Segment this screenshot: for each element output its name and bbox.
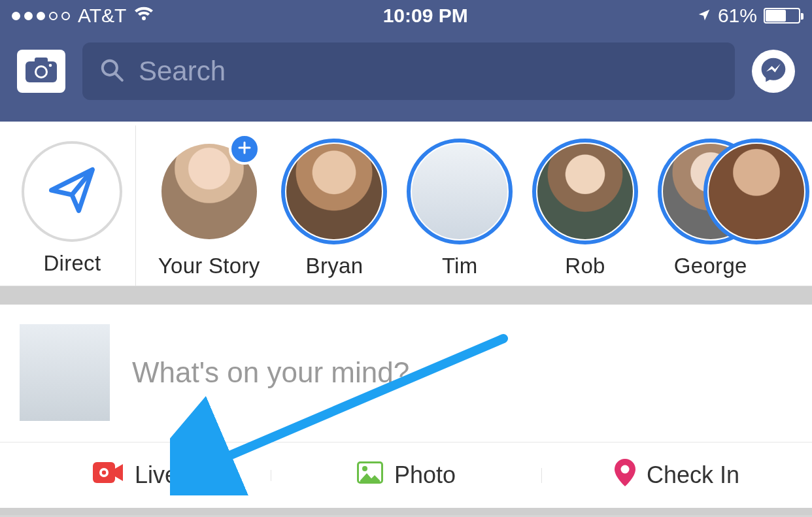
- svg-point-9: [102, 470, 106, 474]
- status-left: AT&T: [12, 5, 154, 27]
- composer-actions: Live Photo Check In: [0, 442, 812, 508]
- clock-label: 10:09 PM: [383, 5, 468, 27]
- story-user[interactable]: Bryan: [272, 125, 398, 286]
- live-video-icon: [93, 461, 124, 490]
- svg-point-12: [362, 466, 367, 471]
- carrier-label: AT&T: [78, 5, 126, 27]
- separator: [0, 286, 812, 305]
- composer: What's on your mind? Live Photo Check In: [0, 305, 812, 508]
- photo-label: Photo: [394, 461, 456, 489]
- svg-line-6: [115, 73, 122, 80]
- checkin-button[interactable]: Check In: [541, 459, 812, 492]
- photo-icon: [356, 461, 384, 490]
- signal-strength-icon: [12, 12, 70, 20]
- plus-icon: [237, 140, 252, 158]
- svg-point-13: [620, 465, 629, 473]
- avatar: [286, 144, 382, 239]
- avatar: [709, 144, 804, 239]
- live-label: Live: [135, 461, 178, 489]
- status-bar: AT&T 10:09 PM 61%: [0, 0, 812, 31]
- avatar: [412, 144, 507, 239]
- story-your-story[interactable]: Your Story: [146, 125, 272, 286]
- story-user[interactable]: Tim: [397, 125, 522, 286]
- story-label: [790, 254, 796, 278]
- camera-button[interactable]: [17, 50, 65, 93]
- direct-circle: [22, 141, 122, 242]
- search-input[interactable]: [139, 56, 718, 87]
- story-label: George: [674, 254, 747, 278]
- story-user[interactable]: Rob: [522, 125, 648, 286]
- checkin-label: Check In: [647, 461, 739, 489]
- messenger-button[interactable]: [752, 50, 795, 93]
- svg-point-3: [37, 67, 46, 76]
- avatar: [537, 144, 633, 239]
- battery-icon: [764, 8, 800, 24]
- separator: [0, 508, 812, 515]
- battery-label: 61%: [718, 5, 757, 27]
- direct-button[interactable]: Direct: [9, 125, 136, 286]
- messenger-icon: [759, 56, 788, 87]
- story-user-partial[interactable]: [773, 125, 812, 286]
- location-icon: [697, 5, 711, 27]
- svg-point-4: [49, 64, 52, 67]
- story-label: Bryan: [306, 254, 364, 278]
- search-box[interactable]: [82, 42, 735, 100]
- composer-prompt[interactable]: What's on your mind?: [132, 356, 409, 389]
- location-pin-icon: [614, 459, 636, 492]
- live-button[interactable]: Live: [0, 461, 271, 490]
- photo-button[interactable]: Photo: [271, 461, 541, 490]
- user-avatar[interactable]: [20, 324, 110, 421]
- camera-icon: [24, 56, 58, 86]
- paper-plane-icon: [44, 163, 99, 220]
- wifi-icon: [134, 5, 154, 27]
- status-right: 61%: [697, 5, 800, 27]
- direct-label: Direct: [43, 251, 101, 276]
- svg-rect-1: [35, 58, 48, 64]
- composer-input-row[interactable]: What's on your mind?: [0, 305, 812, 442]
- stories-bar: Direct Your Story Bryan Tim Rob George: [0, 122, 812, 286]
- add-story-badge[interactable]: [229, 133, 260, 165]
- story-label: Your Story: [158, 254, 260, 278]
- story-label: Tim: [442, 254, 478, 278]
- story-label: Rob: [565, 254, 605, 278]
- search-icon: [99, 58, 124, 85]
- app-header: [0, 31, 812, 122]
